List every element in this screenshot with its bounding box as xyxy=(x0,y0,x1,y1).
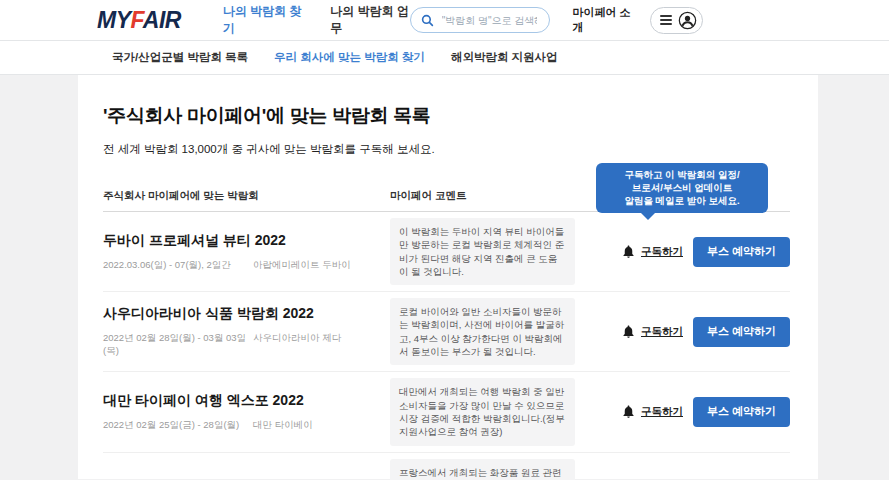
row-actions: 구독하기 부스 예약하기 xyxy=(621,397,790,427)
logo-air: AIR xyxy=(143,7,181,33)
subscribe-label: 구독하기 xyxy=(641,325,683,339)
book-booth-button[interactable]: 부스 예약하기 xyxy=(693,237,790,267)
fair-meta: 2022년 02월 25일(금) - 28일(월) 대만 타이베이 xyxy=(103,419,390,432)
fair-meta: 2022년 02월 28일(월) - 03월 03일(목) 사우디아라비아 제다 xyxy=(103,332,390,358)
main-panel: '주식회사 마이페어'에 맞는 박람회 목록 전 세계 박람회 13,000개 … xyxy=(78,75,818,479)
fair-title[interactable]: 사우디아라비아 식품 박람회 2022 xyxy=(103,305,390,323)
fair-date: 2022년 02월 25일(금) - 28일(월) xyxy=(103,419,253,432)
fair-row: 대만 타이페이 여행 엑스포 2022 2022년 02월 25일(금) - 2… xyxy=(103,372,790,452)
subscribe-label: 구독하기 xyxy=(641,245,683,259)
fair-location: 대만 타이베이 xyxy=(253,419,313,432)
fair-date: 2022년 02월 28일(월) - 03월 03일(목) xyxy=(103,332,253,358)
fair-date: 2022.03.06(일) - 07(월), 2일간 xyxy=(103,259,253,272)
logo-f: F xyxy=(131,7,143,33)
fair-row: 프랑스 파리 인-코스메틱 글로벌 박람회 2022 2022년 04월 05일… xyxy=(103,453,790,480)
nav-find-my-fair[interactable]: 나의 박람회 찾기 xyxy=(223,3,302,37)
fair-info: 대만 타이페이 여행 엑스포 2022 2022년 02월 25일(금) - 2… xyxy=(103,392,390,432)
fair-title[interactable]: 두바이 프로페셔널 뷰티 2022 xyxy=(103,232,390,250)
fair-meta: 2022.03.06(일) - 07(월), 2일간 아랍에미레이트 두바이 xyxy=(103,259,390,272)
subscribe-button[interactable]: 구독하기 xyxy=(621,404,683,419)
column-header-fair: 주식회사 마이페어에 맞는 박람회 xyxy=(103,189,390,203)
subscribe-button[interactable]: 구독하기 xyxy=(621,244,683,259)
tooltip-line: 알림을 메일로 받아 보세요. xyxy=(601,195,763,208)
subnav-overseas-support[interactable]: 해외박람회 지원사업 xyxy=(451,50,558,65)
book-booth-button[interactable]: 부스 예약하기 xyxy=(693,397,790,427)
fair-location: 아랍에미레이트 두바이 xyxy=(253,259,351,272)
bell-icon xyxy=(621,324,636,339)
myfair-comment: 대만에서 개최되는 여행 박람회 중 일반 소비자들을 가장 많이 만날 수 있… xyxy=(390,378,575,445)
nav-my-fair-tasks[interactable]: 나의 박람회 업무 xyxy=(330,3,409,37)
logo-my: MY xyxy=(97,7,131,33)
menu-icon xyxy=(660,15,672,25)
page-title: '주식회사 마이페어'에 맞는 박람회 목록 xyxy=(103,103,790,129)
avatar-icon xyxy=(678,11,697,30)
user-menu-button[interactable] xyxy=(650,7,703,34)
fair-row: 사우디아라비아 식품 박람회 2022 2022년 02월 28일(월) - 0… xyxy=(103,292,790,372)
subscribe-tooltip: 구독하고 이 박람회의 일정/ 브로셔/부스비 업데이트 알림을 메일로 받아 … xyxy=(596,163,768,213)
bell-icon xyxy=(621,404,636,419)
subnav-fairs-for-company[interactable]: 우리 회사에 맞는 박람회 찾기 xyxy=(274,50,425,65)
row-actions: 구독하기 부스 예약하기 xyxy=(621,237,790,267)
about-myfair-link[interactable]: 마이페어 소개 xyxy=(572,5,634,35)
subscribe-button[interactable]: 구독하기 xyxy=(621,324,683,339)
myfair-comment: 로컬 바이어와 일반 소비자들이 방문하는 박람회이며, 사전에 바이어를 발굴… xyxy=(390,298,575,365)
tooltip-line: 구독하고 이 박람회의 일정/ xyxy=(601,169,763,182)
fair-row: 두바이 프로페셔널 뷰티 2022 2022.03.06(일) - 07(월),… xyxy=(103,212,790,292)
row-actions: 구독하기 부스 예약하기 xyxy=(621,317,790,347)
search-box[interactable] xyxy=(410,7,551,33)
fair-title[interactable]: 대만 타이페이 여행 엑스포 2022 xyxy=(103,392,390,410)
fair-info: 사우디아라비아 식품 박람회 2022 2022년 02월 28일(월) - 0… xyxy=(103,305,390,358)
myfair-logo[interactable]: MYFAIR xyxy=(97,7,181,34)
subnav-fair-list-by-country[interactable]: 국가/산업군별 박람회 목록 xyxy=(112,50,248,65)
tooltip-line: 브로셔/부스비 업데이트 xyxy=(601,182,763,195)
myfair-comment: 프랑스에서 개최되는 화장품 원료 관련 박람회 중 가장 인지도가 높습니다.… xyxy=(390,459,575,480)
search-icon xyxy=(421,14,434,27)
book-booth-button[interactable]: 부스 예약하기 xyxy=(693,317,790,347)
page-subtitle: 전 세계 박람회 13,000개 중 귀사에 맞는 박람회를 구독해 보세요. xyxy=(103,142,790,157)
subscribe-label: 구독하기 xyxy=(641,405,683,419)
search-input[interactable] xyxy=(440,14,540,27)
secondary-nav: 국가/산업군별 박람회 목록 우리 회사에 맞는 박람회 찾기 해외박람회 지원… xyxy=(0,41,889,75)
column-header-comment: 마이페어 코멘트 xyxy=(390,189,466,203)
myfair-comment: 이 박람회는 두바이 지역 뷰티 바이어들만 방문하는 로컬 박람회로 체계적인… xyxy=(390,218,575,285)
bell-icon xyxy=(621,244,636,259)
top-header: MYFAIR 나의 박람회 찾기 나의 박람회 업무 마이페어 소개 xyxy=(0,0,889,41)
header-nav: 나의 박람회 찾기 나의 박람회 업무 xyxy=(223,3,410,37)
content-area: '주식회사 마이페어'에 맞는 박람회 목록 전 세계 박람회 13,000개 … xyxy=(0,75,889,479)
fair-info: 두바이 프로페셔널 뷰티 2022 2022.03.06(일) - 07(월),… xyxy=(103,232,390,272)
fair-location: 사우디아라비아 제다 xyxy=(253,332,341,358)
